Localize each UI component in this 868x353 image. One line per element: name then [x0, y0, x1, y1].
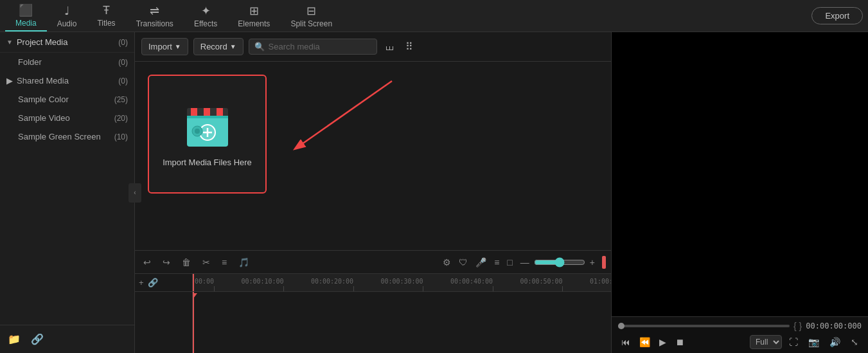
playback-controls-left: ⏮ ⏪ ▶ ⏹	[618, 335, 687, 349]
nav-label-elements: Elements	[238, 19, 270, 28]
volume-button[interactable]: 🔊	[826, 335, 844, 349]
ruler-mark: 00:00:30:00	[402, 278, 445, 291]
play-button[interactable]: ▶	[656, 335, 669, 349]
preview-timeline: { } 00:00:00:000	[618, 321, 862, 331]
sidebar-item-sample-video[interactable]: Sample Video (20)	[0, 109, 134, 127]
link-folder-button[interactable]: 🔗	[28, 330, 46, 348]
settings-button[interactable]: ≡	[218, 255, 230, 269]
stop-button[interactable]: ⏹	[672, 335, 687, 349]
nav-label-transitions: Transitions	[136, 19, 173, 28]
link-track-button[interactable]: 🔗	[148, 278, 158, 287]
svg-line-12	[296, 81, 392, 149]
mix-button[interactable]: ≡	[491, 255, 502, 269]
playhead-bottom-marker	[193, 293, 197, 298]
media-area: Import ▼ Record ▼ 🔍 ⧢ ⠿	[135, 32, 611, 250]
sidebar-item-sample-color[interactable]: Sample Color (25)	[0, 90, 134, 109]
preview-thumb	[618, 323, 624, 329]
timeline-end-marker	[602, 256, 606, 269]
search-box[interactable]: 🔍	[249, 39, 377, 55]
fullscreen-button[interactable]: ⛶	[786, 335, 801, 349]
preview-buttons: ⏮ ⏪ ▶ ⏹ Full ⛶ 📷 🔊 ⤡	[618, 335, 862, 349]
shield-button[interactable]: 🛡	[456, 255, 471, 269]
screenshot-button[interactable]: 📷	[805, 335, 822, 349]
record-chevron-icon: ▼	[230, 43, 236, 50]
delete-button[interactable]: 🗑	[179, 255, 194, 269]
import-media-card[interactable]: Import Media Files Here	[148, 75, 267, 194]
preview-timecode: 00:00:00:000	[806, 321, 862, 330]
cut-button[interactable]: ✂	[199, 255, 213, 269]
filter-button[interactable]: ⧢	[382, 39, 398, 55]
nav-item-titles[interactable]: Ŧ Titles	[87, 0, 125, 32]
nav-label-audio: Audio	[57, 19, 77, 28]
ruler-mark: 00:00:00:00	[193, 278, 235, 291]
svg-point-10	[195, 129, 200, 134]
split-screen-icon: ⊟	[306, 4, 316, 18]
media-icon: ⬛	[19, 3, 33, 17]
nav-item-audio[interactable]: ♩ Audio	[47, 0, 87, 32]
audio-icon: ♩	[64, 4, 69, 18]
timeline-right-icons: ⚙ 🛡 🎤 ≡ □ — +	[439, 255, 606, 269]
export-button[interactable]: Export	[811, 7, 863, 24]
prev-frame-button[interactable]: ⏮	[618, 335, 633, 349]
step-back-button[interactable]: ⏪	[636, 335, 653, 349]
sidebar: ▼ Project Media (0) Folder (0) ▶ Shared …	[0, 32, 135, 353]
sidebar-item-sample-green-screen[interactable]: Sample Green Screen (10)	[0, 127, 134, 146]
nav-label-media: Media	[15, 19, 37, 28]
audio-button[interactable]: 🎵	[235, 255, 252, 269]
sidebar-item-shared-media[interactable]: ▶ Shared Media (0)	[0, 71, 134, 90]
shared-media-count: (0)	[118, 77, 128, 86]
shared-media-label: Shared Media	[17, 76, 69, 86]
undo-button[interactable]: ↩	[140, 255, 154, 269]
nav-label-effects: Effects	[194, 19, 217, 28]
search-icon: 🔍	[254, 42, 265, 51]
center-panel: Import ▼ Record ▼ 🔍 ⧢ ⠿	[135, 32, 611, 353]
import-button[interactable]: Import ▼	[141, 38, 188, 55]
project-media-label: Project Media	[17, 37, 67, 47]
nav-item-transitions[interactable]: ⇌ Transitions	[126, 0, 184, 32]
sample-color-count: (25)	[114, 95, 128, 104]
import-card-label: Import Media Files Here	[163, 158, 252, 167]
timeline-ruler: 00:00:00:0000:00:10:0000:00:20:0000:00:3…	[193, 274, 611, 292]
sidebar-item-project-media[interactable]: ▼ Project Media (0)	[0, 32, 134, 53]
transitions-icon: ⇌	[150, 4, 159, 18]
grid-view-button[interactable]: ⠿	[403, 38, 416, 55]
sample-green-screen-count: (10)	[114, 132, 128, 141]
preview-area: { } 00:00:00:000 ⏮ ⏪ ▶ ⏹ Full ⛶	[611, 32, 868, 353]
quality-select[interactable]: Full	[750, 335, 782, 349]
record-label: Record	[200, 42, 227, 51]
sidebar-collapse-button[interactable]: ‹	[128, 183, 141, 203]
timeline-labels: + 🔗	[135, 274, 193, 353]
playback-controls-right: Full ⛶ 📷 🔊 ⤡	[750, 335, 862, 349]
svg-rect-4	[217, 108, 223, 117]
record-button[interactable]: Record ▼	[193, 38, 244, 55]
sample-color-label: Sample Color	[18, 95, 69, 104]
timeline-tracks	[193, 292, 611, 353]
zoom-slider[interactable]	[534, 257, 585, 267]
out-mark: }	[799, 321, 802, 331]
folder-label: Folder	[18, 57, 42, 67]
add-track-button[interactable]: +	[139, 278, 144, 287]
nav-item-effects[interactable]: ✦ Effects	[184, 0, 227, 32]
preview-track[interactable]	[618, 325, 790, 327]
titles-icon: Ŧ	[103, 4, 110, 17]
nav-item-elements[interactable]: ⊞ Elements	[227, 0, 280, 32]
playhead-line	[193, 292, 194, 353]
fit-button[interactable]: □	[504, 255, 515, 269]
sidebar-item-folder[interactable]: Folder (0)	[0, 53, 134, 71]
zoom-out-button[interactable]: —	[517, 255, 533, 269]
timeline-playhead[interactable]	[193, 274, 194, 291]
nav-item-media[interactable]: ⬛ Media	[5, 0, 47, 32]
chevron-right-icon: ▶	[6, 76, 13, 86]
zoom-in-button[interactable]: +	[587, 255, 598, 269]
import-chevron-icon: ▼	[175, 43, 181, 50]
ruler-mark: 00:00:10:00	[263, 278, 305, 291]
mic-button[interactable]: 🎤	[472, 255, 490, 269]
add-folder-button[interactable]: 📁	[5, 330, 23, 348]
redo-button[interactable]: ↪	[159, 255, 173, 269]
pip-button[interactable]: ⤡	[847, 335, 862, 349]
nav-item-split-screen[interactable]: ⊟ Split Screen	[280, 0, 342, 32]
timeline-right: 00:00:00:0000:00:10:0000:00:20:0000:00:3…	[193, 274, 611, 353]
ruler-mark: 00:00:20:00	[332, 278, 375, 291]
snap-button[interactable]: ⚙	[439, 255, 454, 269]
search-input[interactable]	[269, 42, 371, 51]
